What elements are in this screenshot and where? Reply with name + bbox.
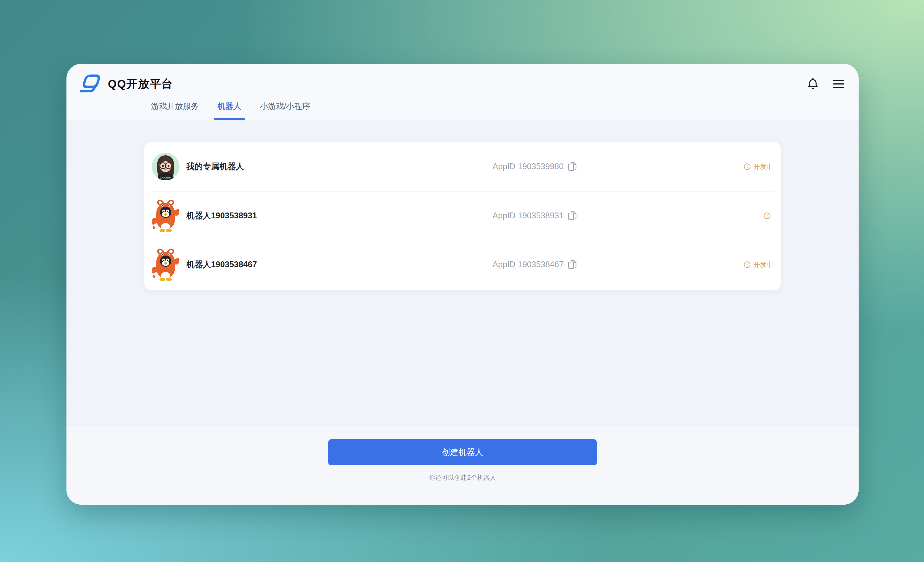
tab-minigame-miniprogram[interactable]: 小游戏/小程序: [260, 101, 310, 120]
header-actions: [807, 78, 845, 90]
appid-value: AppID 1903539980: [493, 162, 564, 171]
notification-bell-icon[interactable]: [807, 78, 819, 90]
tab-robot[interactable]: 机器人: [218, 101, 242, 120]
bot-list-card: Loomy 我的专属机器人 AppID 1903539980: [144, 142, 781, 290]
info-icon[interactable]: [744, 261, 751, 268]
brand-title: QQ开放平台: [108, 76, 173, 91]
bot-row-3[interactable]: 机器人1903538467 AppID 1903538467: [152, 240, 773, 289]
qq-open-platform-logo-icon: [78, 74, 104, 94]
hamburger-menu-icon[interactable]: [832, 79, 845, 89]
bot-avatar-penguin: [152, 247, 179, 282]
bot-row-1[interactable]: Loomy 我的专属机器人 AppID 1903539980: [152, 142, 773, 191]
copy-appid-icon[interactable]: [568, 211, 577, 221]
content-area: Loomy 我的专属机器人 AppID 1903539980: [66, 120, 859, 425]
bot-name: 我的专属机器人: [186, 161, 244, 172]
bot-avatar-penguin: [152, 198, 179, 233]
bot-name: 机器人1903538931: [186, 210, 257, 221]
nav-tabs: 游戏开放服务 机器人 小游戏/小程序: [66, 95, 859, 120]
header-row: QQ开放平台: [78, 73, 845, 95]
appid-group: AppID 1903539980: [493, 161, 577, 172]
status-badge: 开发中: [744, 260, 773, 269]
header: QQ开放平台: [66, 64, 859, 120]
bot-avatar-girl: Loomy: [152, 149, 179, 184]
create-robot-button[interactable]: 创建机器人: [328, 439, 597, 465]
appid-value: AppID 1903538467: [493, 260, 564, 269]
brand-logo[interactable]: QQ开放平台: [78, 74, 173, 94]
footer: 创建机器人 你还可以创建2个机器人: [66, 425, 859, 505]
info-icon[interactable]: [764, 212, 771, 220]
info-icon[interactable]: [744, 163, 751, 170]
status-label: 开发中: [753, 162, 773, 171]
bot-name: 机器人1903538467: [186, 259, 257, 270]
status-label: 开发中: [753, 260, 773, 269]
avatar-shirt-text: Loomy: [160, 176, 171, 179]
status-badge: 开发中: [744, 162, 773, 171]
copy-appid-icon[interactable]: [568, 260, 577, 270]
desktop-background: QQ开放平台: [0, 0, 924, 562]
appid-group: AppID 1903538467: [493, 260, 577, 270]
copy-appid-icon[interactable]: [568, 161, 577, 172]
app-window: QQ开放平台: [66, 64, 859, 505]
bot-row-2[interactable]: 机器人1903538931 AppID 1903538931: [152, 191, 773, 240]
appid-group: AppID 1903538931: [493, 211, 577, 221]
remaining-quota-hint: 你还可以创建2个机器人: [66, 473, 859, 482]
status-badge: [764, 212, 773, 220]
appid-value: AppID 1903538931: [493, 211, 564, 220]
tab-game-open-service[interactable]: 游戏开放服务: [151, 101, 199, 120]
